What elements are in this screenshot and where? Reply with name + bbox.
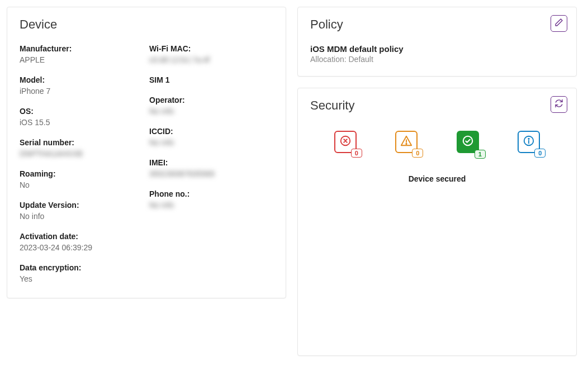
field-value: iOS 15.5: [20, 118, 144, 127]
field-manufacturer: Manufacturer: APPLE: [20, 44, 144, 64]
policy-card-title: Policy: [310, 17, 564, 32]
field-value: No info: [20, 212, 144, 221]
security-ok-count: 1: [475, 150, 486, 159]
device-card-title: Device: [20, 17, 273, 32]
field-data-encryption: Data encryption: Yes: [20, 263, 144, 283]
field-iccid: ICCID: No info: [149, 127, 273, 147]
refresh-icon: [554, 99, 563, 110]
security-info-tile[interactable]: 0: [518, 131, 540, 153]
device-card: Device Manufacturer: APPLE Model: iPhone…: [7, 7, 286, 298]
field-value: No info: [149, 107, 273, 116]
device-right-column: Wi-Fi MAC: c0:d0:12:b1:7a:4f SIM 1 Opera…: [149, 44, 273, 286]
field-value: No: [20, 180, 144, 189]
warning-triangle-icon: [400, 135, 412, 149]
pencil-icon: [554, 18, 563, 29]
security-status-text: Device secured: [310, 174, 564, 183]
field-label: Serial number:: [20, 138, 144, 147]
security-status-icons: 0 0: [310, 125, 564, 160]
security-ok-tile[interactable]: 1: [457, 131, 479, 153]
field-value: APPLE: [20, 55, 144, 64]
security-warning-count: 0: [412, 149, 423, 158]
field-label: Phone no.:: [149, 189, 273, 198]
field-value: c0:d0:12:b1:7a:4f: [149, 55, 273, 64]
security-error-tile[interactable]: 0: [334, 131, 357, 153]
field-operator: Operator: No info: [149, 96, 273, 116]
field-label: Activation date:: [20, 232, 144, 241]
field-value: No info: [149, 201, 273, 210]
field-imei: IMEI: 355230087635569: [149, 158, 273, 178]
security-error-count: 0: [351, 149, 362, 158]
field-value: DNPTHA1AHXXB: [20, 149, 144, 158]
field-label: Wi-Fi MAC:: [149, 44, 273, 53]
field-phone-no: Phone no.: No info: [149, 189, 273, 210]
field-os: OS: iOS 15.5: [20, 107, 144, 127]
sim-heading: SIM 1: [149, 75, 273, 84]
field-label: OS:: [20, 107, 144, 116]
svg-point-1: [406, 144, 407, 144]
field-model: Model: iPhone 7: [20, 75, 144, 96]
field-serial: Serial number: DNPTHA1AHXXB: [20, 138, 144, 158]
field-label: ICCID:: [149, 127, 273, 136]
field-value: 355230087635569: [149, 169, 273, 178]
security-card-title: Security: [310, 98, 564, 113]
field-label: Operator:: [149, 96, 273, 104]
security-info-count: 0: [534, 149, 546, 158]
field-label: Model:: [20, 75, 144, 84]
field-label: Data encryption:: [20, 263, 144, 272]
field-value: No info: [149, 138, 273, 147]
check-circle-icon: [462, 135, 474, 149]
field-label: Manufacturer:: [20, 44, 144, 53]
field-label: Roaming:: [20, 169, 144, 178]
field-activation-date: Activation date: 2023-03-24 06:39:29: [20, 232, 144, 252]
device-left-column: Manufacturer: APPLE Model: iPhone 7 OS: …: [20, 44, 144, 286]
field-label: IMEI:: [149, 158, 273, 167]
field-value: Yes: [20, 274, 144, 283]
field-wifi-mac: Wi-Fi MAC: c0:d0:12:b1:7a:4f: [149, 44, 273, 64]
refresh-security-button[interactable]: [551, 96, 567, 113]
info-circle-icon: [523, 135, 535, 149]
policy-allocation: Allocation: Default: [310, 55, 564, 64]
field-update-version: Update Version: No info: [20, 201, 144, 221]
security-warning-tile[interactable]: 0: [395, 131, 418, 153]
svg-point-4: [529, 139, 529, 139]
edit-policy-button[interactable]: [551, 15, 567, 32]
policy-card: Policy iOS MDM default policy Allocation…: [297, 7, 577, 77]
field-label: Update Version:: [20, 201, 144, 210]
field-roaming: Roaming: No: [20, 169, 144, 189]
policy-name: iOS MDM default policy: [310, 44, 564, 54]
security-card: Security: [297, 88, 577, 356]
error-circle-icon: [339, 135, 352, 149]
field-value: 2023-03-24 06:39:29: [20, 243, 144, 252]
field-value: iPhone 7: [20, 87, 144, 96]
